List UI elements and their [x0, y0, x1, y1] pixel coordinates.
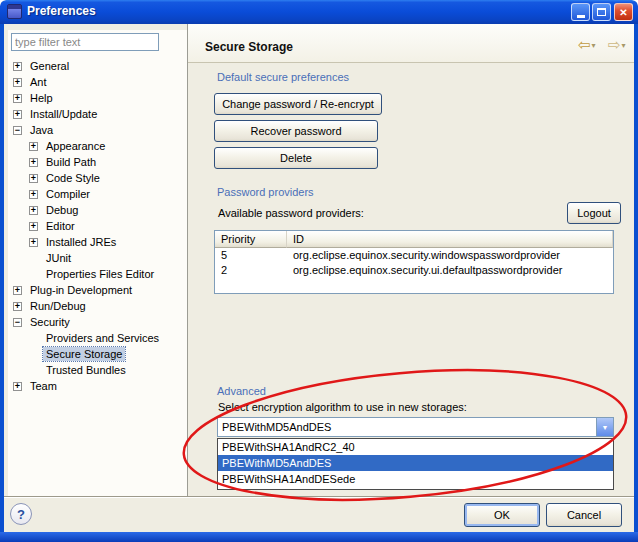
titlebar[interactable]: Preferences [0, 0, 638, 24]
tree-label: Install/Update [27, 107, 100, 121]
tree-item-plugin-development[interactable]: +Plug-in Development [9, 282, 185, 298]
change-password-button[interactable]: Change password / Re-encrypt [214, 93, 382, 115]
expand-icon[interactable]: + [29, 238, 38, 247]
table-row[interactable]: 5 org.eclipse.equinox.security.windowspa… [215, 248, 613, 263]
tree-item-junit[interactable]: JUnit [9, 250, 185, 266]
panel-divider[interactable] [187, 24, 188, 496]
close-button[interactable] [614, 3, 633, 21]
window-border-right [634, 24, 638, 532]
maximize-icon [597, 8, 606, 16]
tree-label: Security [27, 315, 73, 329]
tree-item-properties-files-editor[interactable]: Properties Files Editor [9, 266, 185, 282]
cancel-button[interactable]: Cancel [546, 503, 622, 527]
expand-icon[interactable]: + [29, 158, 38, 167]
page-title: Secure Storage [205, 40, 293, 54]
back-history-chevron-icon[interactable] [592, 41, 596, 50]
tree-label: Plug-in Development [27, 283, 135, 297]
tree-item-run-debug[interactable]: +Run/Debug [9, 298, 185, 314]
cell-id: org.eclipse.equinox.security.ui.defaultp… [287, 263, 613, 278]
cell-priority: 5 [215, 248, 287, 263]
tree-label: Providers and Services [43, 331, 162, 345]
table-row[interactable]: 2 org.eclipse.equinox.security.ui.defaul… [215, 263, 613, 278]
expand-icon[interactable]: + [13, 94, 22, 103]
expand-icon[interactable]: + [13, 286, 22, 295]
expand-icon[interactable]: + [29, 174, 38, 183]
ok-button[interactable]: OK [464, 503, 540, 527]
window-border-bottom [0, 532, 638, 542]
delete-button[interactable]: Delete [214, 147, 378, 169]
dropdown-option[interactable]: PBEWithSHA1AndDESede [218, 471, 613, 487]
section-advanced: Advanced [217, 385, 266, 397]
encryption-algorithm-combo[interactable]: PBEWithMD5AndDES [217, 417, 614, 437]
dropdown-option[interactable]: PBEWithSHA1AndRC2_40 [218, 439, 613, 455]
tree-label: Appearance [43, 139, 108, 153]
tree-item-java[interactable]: −Java [9, 122, 185, 138]
footer-separator [4, 496, 634, 498]
tree-item-editor[interactable]: +Editor [9, 218, 185, 234]
column-header-id[interactable]: ID [287, 231, 613, 248]
cell-id: org.eclipse.equinox.security.windowspass… [287, 248, 613, 263]
collapse-icon[interactable]: − [13, 126, 22, 135]
tree-item-installed-jres[interactable]: +Installed JREs [9, 234, 185, 250]
preferences-tree: +General +Ant +Help +Install/Update −Jav… [9, 58, 185, 394]
maximize-button[interactable] [592, 3, 611, 21]
app-icon [7, 4, 22, 19]
tree-label: Debug [43, 203, 81, 217]
tree-item-install-update[interactable]: +Install/Update [9, 106, 185, 122]
cell-priority: 2 [215, 263, 287, 278]
tree-item-trusted-bundles[interactable]: Trusted Bundles [9, 362, 185, 378]
expand-icon[interactable]: + [29, 206, 38, 215]
logout-button[interactable]: Logout [567, 202, 621, 224]
tree-label: Compiler [43, 187, 93, 201]
tree-item-secure-storage[interactable]: Secure Storage [9, 346, 185, 362]
expand-icon[interactable]: + [29, 190, 38, 199]
expand-icon[interactable]: + [29, 142, 38, 151]
dropdown-option-selected[interactable]: PBEWithMD5AndDES [218, 455, 613, 471]
preferences-window: Preferences +General +Ant +Help +Install… [0, 0, 638, 542]
tree-label: Code Style [43, 171, 103, 185]
tree-item-help[interactable]: +Help [9, 90, 185, 106]
tree-label: Installed JREs [43, 235, 119, 249]
expand-icon[interactable]: + [13, 62, 22, 71]
tree-label: General [27, 59, 72, 73]
tree-item-code-style[interactable]: +Code Style [9, 170, 185, 186]
tree-label: Team [27, 379, 60, 393]
combo-value[interactable]: PBEWithMD5AndDES [218, 418, 596, 436]
tree-item-build-path[interactable]: +Build Path [9, 154, 185, 170]
expand-icon[interactable]: + [13, 382, 22, 391]
filter-input[interactable] [11, 33, 159, 51]
table-header-row: Priority ID [215, 231, 613, 248]
expand-icon[interactable]: + [29, 222, 38, 231]
tree-item-general[interactable]: +General [9, 58, 185, 74]
minimize-button[interactable] [571, 3, 590, 21]
collapse-icon[interactable]: − [13, 318, 22, 327]
encryption-algorithm-label: Select encryption algorithm to use in ne… [218, 401, 467, 413]
tree-label: Secure Storage [43, 347, 125, 361]
recover-password-button[interactable]: Recover password [214, 120, 378, 142]
tree-label: Properties Files Editor [43, 267, 157, 281]
tree-item-security[interactable]: −Security [9, 314, 185, 330]
combo-dropdown-button[interactable] [596, 418, 613, 436]
expand-icon[interactable]: + [13, 302, 22, 311]
tree-label: Build Path [43, 155, 99, 169]
back-arrow-icon[interactable] [578, 36, 596, 54]
column-header-priority[interactable]: Priority [215, 231, 287, 248]
forward-history-chevron-icon[interactable] [622, 41, 626, 50]
tree-label: Ant [27, 75, 50, 89]
tree-item-ant[interactable]: +Ant [9, 74, 185, 90]
expand-icon[interactable]: + [13, 78, 22, 87]
window-border-left [0, 24, 4, 532]
encryption-algorithm-dropdown-list: PBEWithSHA1AndRC2_40 PBEWithMD5AndDES PB… [217, 438, 614, 490]
tree-item-appearance[interactable]: +Appearance [9, 138, 185, 154]
tree-item-debug[interactable]: +Debug [9, 202, 185, 218]
tree-label: Trusted Bundles [43, 363, 129, 377]
tree-item-providers-and-services[interactable]: Providers and Services [9, 330, 185, 346]
forward-arrow-icon[interactable] [608, 36, 626, 54]
help-button[interactable]: ? [10, 503, 32, 525]
expand-icon[interactable]: + [13, 110, 22, 119]
tree-item-team[interactable]: +Team [9, 378, 185, 394]
tree-label: Help [27, 91, 56, 105]
tree-label: Java [27, 123, 56, 137]
tree-item-compiler[interactable]: +Compiler [9, 186, 185, 202]
tree-label: Run/Debug [27, 299, 89, 313]
